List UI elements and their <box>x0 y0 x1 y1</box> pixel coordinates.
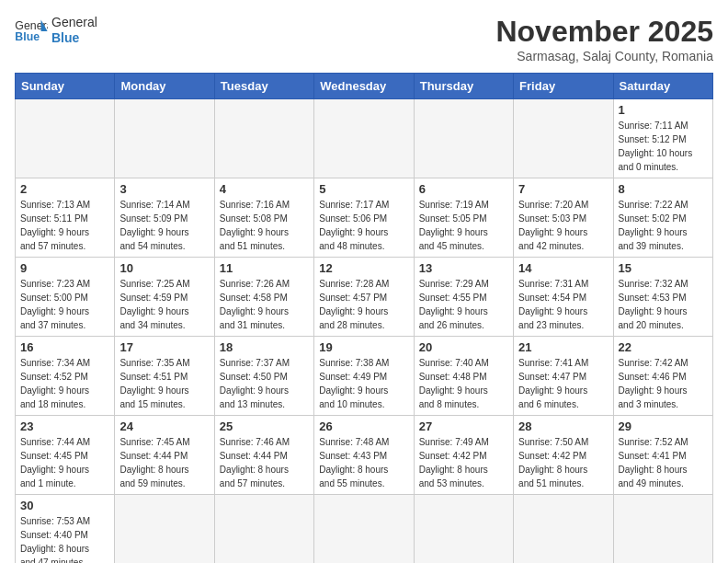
day-number: 17 <box>119 340 209 354</box>
logo: General Blue General Blue <box>15 15 97 46</box>
calendar-header-tuesday: Tuesday <box>214 74 313 99</box>
day-info: Sunrise: 7:45 AM Sunset: 4:44 PM Dayligh… <box>119 435 209 490</box>
calendar-header-saturday: Saturday <box>613 74 712 99</box>
day-info: Sunrise: 7:40 AM Sunset: 4:48 PM Dayligh… <box>419 356 508 411</box>
day-number: 16 <box>20 340 109 354</box>
calendar-week-3: 16Sunrise: 7:34 AM Sunset: 4:52 PM Dayli… <box>16 337 713 416</box>
calendar-cell <box>314 99 414 178</box>
day-info: Sunrise: 7:29 AM Sunset: 4:55 PM Dayligh… <box>419 277 508 332</box>
calendar-cell: 9Sunrise: 7:23 AM Sunset: 5:00 PM Daylig… <box>16 258 115 337</box>
day-number: 27 <box>419 419 508 433</box>
calendar-cell: 11Sunrise: 7:26 AM Sunset: 4:58 PM Dayli… <box>214 258 313 337</box>
day-number: 9 <box>20 261 109 275</box>
day-number: 4 <box>220 182 309 196</box>
calendar-cell: 10Sunrise: 7:25 AM Sunset: 4:59 PM Dayli… <box>115 258 214 337</box>
day-info: Sunrise: 7:25 AM Sunset: 4:59 PM Dayligh… <box>119 277 209 332</box>
day-info: Sunrise: 7:52 AM Sunset: 4:41 PM Dayligh… <box>619 435 708 490</box>
calendar-week-1: 2Sunrise: 7:13 AM Sunset: 5:11 PM Daylig… <box>16 178 713 258</box>
calendar-cell: 29Sunrise: 7:52 AM Sunset: 4:41 PM Dayli… <box>613 416 712 495</box>
day-info: Sunrise: 7:20 AM Sunset: 5:03 PM Dayligh… <box>518 198 608 253</box>
day-number: 26 <box>319 419 408 433</box>
day-info: Sunrise: 7:17 AM Sunset: 5:06 PM Dayligh… <box>319 198 408 253</box>
calendar-header-wednesday: Wednesday <box>314 74 414 99</box>
day-info: Sunrise: 7:16 AM Sunset: 5:08 PM Dayligh… <box>220 198 309 253</box>
calendar-cell <box>214 495 313 564</box>
day-info: Sunrise: 7:35 AM Sunset: 4:51 PM Dayligh… <box>119 356 209 411</box>
calendar-cell: 28Sunrise: 7:50 AM Sunset: 4:42 PM Dayli… <box>514 416 613 495</box>
calendar-cell: 17Sunrise: 7:35 AM Sunset: 4:51 PM Dayli… <box>115 337 214 416</box>
calendar-cell: 12Sunrise: 7:28 AM Sunset: 4:57 PM Dayli… <box>314 258 414 337</box>
day-number: 23 <box>20 419 109 433</box>
calendar-cell: 21Sunrise: 7:41 AM Sunset: 4:47 PM Dayli… <box>514 337 613 416</box>
logo-icon: General Blue <box>15 17 48 44</box>
day-number: 10 <box>119 261 209 275</box>
logo-general: General <box>51 15 97 30</box>
calendar-cell: 8Sunrise: 7:22 AM Sunset: 5:02 PM Daylig… <box>613 178 712 258</box>
day-number: 21 <box>518 340 608 354</box>
calendar-header-monday: Monday <box>115 74 214 99</box>
day-info: Sunrise: 7:38 AM Sunset: 4:49 PM Dayligh… <box>319 356 408 411</box>
calendar-cell <box>613 495 712 564</box>
calendar-cell: 23Sunrise: 7:44 AM Sunset: 4:45 PM Dayli… <box>16 416 115 495</box>
calendar-header-friday: Friday <box>514 74 613 99</box>
day-number: 19 <box>319 340 408 354</box>
calendar-cell <box>514 495 613 564</box>
day-number: 3 <box>119 182 209 196</box>
day-number: 22 <box>619 340 708 354</box>
day-info: Sunrise: 7:48 AM Sunset: 4:43 PM Dayligh… <box>319 435 408 490</box>
calendar-cell: 5Sunrise: 7:17 AM Sunset: 5:06 PM Daylig… <box>314 178 414 258</box>
logo-blue: Blue <box>51 30 97 46</box>
calendar-cell <box>414 99 513 178</box>
day-info: Sunrise: 7:44 AM Sunset: 4:45 PM Dayligh… <box>20 435 109 490</box>
day-info: Sunrise: 7:37 AM Sunset: 4:50 PM Dayligh… <box>220 356 309 411</box>
day-number: 7 <box>518 182 608 196</box>
calendar-cell: 3Sunrise: 7:14 AM Sunset: 5:09 PM Daylig… <box>115 178 214 258</box>
day-number: 14 <box>518 261 608 275</box>
calendar-cell: 14Sunrise: 7:31 AM Sunset: 4:54 PM Dayli… <box>514 258 613 337</box>
calendar-cell: 6Sunrise: 7:19 AM Sunset: 5:05 PM Daylig… <box>414 178 513 258</box>
calendar-cell: 1Sunrise: 7:11 AM Sunset: 5:12 PM Daylig… <box>613 99 712 178</box>
calendar-cell <box>16 99 115 178</box>
day-number: 18 <box>220 340 309 354</box>
day-info: Sunrise: 7:11 AM Sunset: 5:12 PM Dayligh… <box>619 119 708 174</box>
day-info: Sunrise: 7:31 AM Sunset: 4:54 PM Dayligh… <box>518 277 608 332</box>
calendar-week-0: 1Sunrise: 7:11 AM Sunset: 5:12 PM Daylig… <box>16 99 713 178</box>
day-number: 29 <box>619 419 708 433</box>
calendar-week-2: 9Sunrise: 7:23 AM Sunset: 5:00 PM Daylig… <box>16 258 713 337</box>
day-info: Sunrise: 7:50 AM Sunset: 4:42 PM Dayligh… <box>518 435 608 490</box>
day-number: 12 <box>319 261 408 275</box>
svg-text:Blue: Blue <box>15 30 40 43</box>
calendar-cell: 20Sunrise: 7:40 AM Sunset: 4:48 PM Dayli… <box>414 337 513 416</box>
day-number: 13 <box>419 261 508 275</box>
day-info: Sunrise: 7:14 AM Sunset: 5:09 PM Dayligh… <box>119 198 209 253</box>
day-info: Sunrise: 7:23 AM Sunset: 5:00 PM Dayligh… <box>20 277 109 332</box>
calendar-cell <box>214 99 313 178</box>
calendar-table: SundayMondayTuesdayWednesdayThursdayFrid… <box>15 73 713 563</box>
calendar-title: November 2025 <box>495 15 713 49</box>
day-number: 24 <box>119 419 209 433</box>
day-number: 25 <box>220 419 309 433</box>
day-info: Sunrise: 7:49 AM Sunset: 4:42 PM Dayligh… <box>419 435 508 490</box>
day-info: Sunrise: 7:41 AM Sunset: 4:47 PM Dayligh… <box>518 356 608 411</box>
day-info: Sunrise: 7:42 AM Sunset: 4:46 PM Dayligh… <box>619 356 708 411</box>
day-number: 6 <box>419 182 508 196</box>
calendar-cell: 19Sunrise: 7:38 AM Sunset: 4:49 PM Dayli… <box>314 337 414 416</box>
calendar-cell: 15Sunrise: 7:32 AM Sunset: 4:53 PM Dayli… <box>613 258 712 337</box>
calendar-cell <box>414 495 513 564</box>
calendar-cell: 7Sunrise: 7:20 AM Sunset: 5:03 PM Daylig… <box>514 178 613 258</box>
day-info: Sunrise: 7:34 AM Sunset: 4:52 PM Dayligh… <box>20 356 109 411</box>
calendar-week-4: 23Sunrise: 7:44 AM Sunset: 4:45 PM Dayli… <box>16 416 713 495</box>
header: General Blue General Blue November 2025 … <box>15 15 713 63</box>
title-area: November 2025 Sarmasag, Salaj County, Ro… <box>495 15 713 63</box>
day-number: 20 <box>419 340 508 354</box>
calendar-cell: 22Sunrise: 7:42 AM Sunset: 4:46 PM Dayli… <box>613 337 712 416</box>
day-number: 28 <box>518 419 608 433</box>
calendar-cell: 26Sunrise: 7:48 AM Sunset: 4:43 PM Dayli… <box>314 416 414 495</box>
day-info: Sunrise: 7:28 AM Sunset: 4:57 PM Dayligh… <box>319 277 408 332</box>
calendar-cell: 27Sunrise: 7:49 AM Sunset: 4:42 PM Dayli… <box>414 416 513 495</box>
day-info: Sunrise: 7:13 AM Sunset: 5:11 PM Dayligh… <box>20 198 109 253</box>
day-number: 11 <box>220 261 309 275</box>
calendar-header-row: SundayMondayTuesdayWednesdayThursdayFrid… <box>16 74 713 99</box>
day-info: Sunrise: 7:19 AM Sunset: 5:05 PM Dayligh… <box>419 198 508 253</box>
calendar-cell: 16Sunrise: 7:34 AM Sunset: 4:52 PM Dayli… <box>16 337 115 416</box>
